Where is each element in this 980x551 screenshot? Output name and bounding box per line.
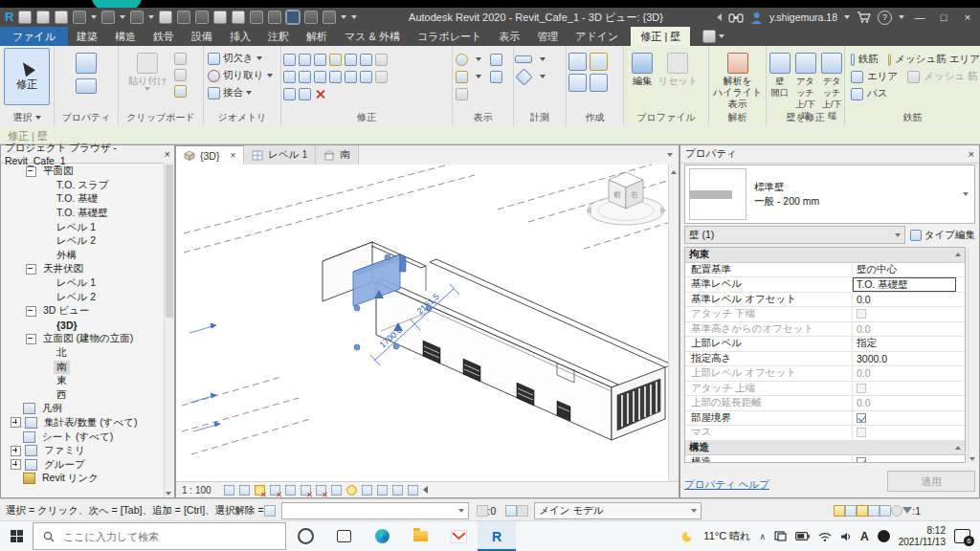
model-canvas[interactable]: 1700.0 2151.5 xyxy=(176,165,671,482)
expand-icon[interactable] xyxy=(11,446,21,456)
design-option-dropdown[interactable] xyxy=(281,502,469,519)
tree-item-revit-links[interactable]: Revit リンク xyxy=(1,472,165,486)
viewport-scrollbar[interactable] xyxy=(668,165,679,482)
scroll-down-icon[interactable] xyxy=(166,492,171,496)
ime-kana-icon[interactable] xyxy=(878,530,890,542)
tree-item-sheets[interactable]: シート (すべて) xyxy=(1,430,165,444)
tree-item[interactable]: レベル 2 xyxy=(1,290,165,304)
panel-label-select[interactable]: 選択 xyxy=(0,111,54,124)
pin-icon[interactable] xyxy=(375,54,388,66)
tab-structure[interactable]: 構造 xyxy=(106,27,145,46)
dimension-dropdown-icon[interactable] xyxy=(540,75,546,78)
tab-collaborate[interactable]: コラボレート xyxy=(409,27,490,46)
checkbox-unchecked[interactable] xyxy=(857,309,866,319)
close-hidden-windows-icon[interactable] xyxy=(304,11,318,24)
tree-item[interactable]: 外構 xyxy=(1,249,165,263)
tree-item[interactable]: レベル 1 xyxy=(1,276,165,291)
tree-item-ceiling-plans[interactable]: 天井伏図 xyxy=(1,262,165,276)
property-row[interactable]: 配置基準壁の中心 xyxy=(685,263,965,278)
tree-item[interactable]: 東 xyxy=(1,374,165,388)
panel-label-properties[interactable]: プロパティ xyxy=(55,111,118,124)
cortana-button[interactable] xyxy=(286,521,324,551)
measure-dropdown-icon[interactable] xyxy=(540,57,546,61)
user-avatar-icon[interactable] xyxy=(750,11,763,24)
visual-style-icon[interactable] xyxy=(224,485,234,496)
tab-view[interactable]: 表示 xyxy=(490,27,528,46)
undo-icon[interactable] xyxy=(101,11,115,24)
section-constraints[interactable]: 拘束 xyxy=(685,248,965,263)
redo-icon[interactable] xyxy=(130,11,144,24)
unpin-icon[interactable] xyxy=(375,71,388,83)
ribbon-display-toggle[interactable] xyxy=(698,27,729,46)
gmail-button[interactable] xyxy=(439,521,478,551)
weather-moon-icon[interactable] xyxy=(681,530,695,543)
tab-analyze[interactable]: 解析 xyxy=(298,27,336,46)
edge-button[interactable] xyxy=(363,521,401,551)
view-reveal-icon[interactable] xyxy=(456,88,468,100)
checkbox-checked[interactable] xyxy=(857,413,866,423)
view-tab-south[interactable]: 南 xyxy=(316,145,359,165)
override-dropdown-icon[interactable] xyxy=(476,75,481,78)
property-row[interactable]: 部屋境界 xyxy=(685,411,965,427)
property-row[interactable]: 上部の延長距離0.0 xyxy=(685,396,965,411)
browser-close-icon[interactable]: × xyxy=(165,148,170,160)
tab-systems[interactable]: 設備 xyxy=(183,27,221,46)
help-dropdown-icon[interactable] xyxy=(899,15,904,19)
temporary-view-properties-icon[interactable] xyxy=(362,485,372,496)
checkbox-unchecked[interactable] xyxy=(857,428,866,437)
match-type-icon[interactable] xyxy=(174,85,187,98)
browser-scroll-thumb[interactable] xyxy=(166,165,173,318)
viewcube[interactable]: 前 右 xyxy=(586,172,666,225)
tree-item[interactable]: T.O. 基礎壁 xyxy=(1,207,165,221)
rebar-icon[interactable] xyxy=(851,54,855,66)
measure-icon[interactable] xyxy=(177,11,190,24)
project-browser-header[interactable]: プロジェクト ブラウザ - Revit_Cafe_1 × xyxy=(1,145,174,164)
wifi-icon[interactable] xyxy=(818,532,832,541)
tab-annotate[interactable]: 注釈 xyxy=(259,27,298,46)
property-row[interactable]: 上部レベル オフセット0.0 xyxy=(685,366,965,382)
tree-item[interactable]: 北 xyxy=(1,346,165,361)
paste-button[interactable]: 貼り付け xyxy=(128,50,167,98)
start-button[interactable] xyxy=(0,521,33,551)
browser-scrollbar[interactable] xyxy=(164,163,174,497)
trim-extend-corner-icon[interactable] xyxy=(329,71,342,83)
tab-addins[interactable]: アドイン xyxy=(567,27,627,46)
fabric-area-label[interactable]: メッシュ筋 エリア xyxy=(895,53,980,66)
create-similar-icon[interactable] xyxy=(568,53,587,71)
tree-item-groups[interactable]: グループ xyxy=(1,457,165,472)
rebar-label[interactable]: 鉄筋 xyxy=(858,53,879,66)
sync-icon[interactable] xyxy=(73,11,86,24)
tree-item-families[interactable]: ファミリ xyxy=(1,444,165,458)
speaker-icon[interactable] xyxy=(840,532,852,541)
collapse-icon[interactable] xyxy=(26,334,36,344)
file-explorer-button[interactable] xyxy=(401,521,439,551)
displaced-elements-icon[interactable] xyxy=(490,54,502,66)
worksets-dialog-icon[interactable] xyxy=(505,505,517,517)
weather-text[interactable]: 11°C 晴れ xyxy=(703,529,750,543)
search-binoculars-icon[interactable] xyxy=(728,11,744,23)
property-row[interactable]: 上部レベル指定 xyxy=(685,337,965,352)
section-collapse-icon[interactable] xyxy=(955,253,961,256)
tree-item-elevations[interactable]: 立面図 (建物の立面) xyxy=(1,332,165,346)
expand-icon[interactable] xyxy=(11,417,21,428)
align-icon[interactable] xyxy=(283,54,296,66)
collapse-icon[interactable] xyxy=(26,264,36,275)
section-icon[interactable] xyxy=(268,11,281,24)
select-pinned-icon[interactable] xyxy=(880,505,891,517)
collapse-icon[interactable] xyxy=(26,306,36,317)
search-input[interactable] xyxy=(61,530,256,543)
maximize-button[interactable]: □ xyxy=(935,11,952,23)
array-icon[interactable] xyxy=(345,71,357,83)
tree-item[interactable]: 西 xyxy=(1,388,165,403)
edit-type-button[interactable]: タイプ編集 xyxy=(910,229,975,242)
active-workset-dropdown[interactable]: メイン モデル xyxy=(534,502,702,519)
modify-button[interactable]: 修正 xyxy=(4,48,50,105)
shadows-icon[interactable] xyxy=(270,485,280,496)
deselect-icon[interactable] xyxy=(264,505,276,517)
scale-button[interactable]: 1 : 100 xyxy=(182,485,212,496)
dimension-icon[interactable] xyxy=(515,68,532,85)
trim-extend-multiple-icon[interactable] xyxy=(299,88,311,100)
create-assembly-icon[interactable] xyxy=(568,74,587,92)
tab-modify-wall-contextual[interactable]: 修正 | 壁 xyxy=(631,27,690,46)
section-collapse-icon[interactable] xyxy=(955,446,961,450)
